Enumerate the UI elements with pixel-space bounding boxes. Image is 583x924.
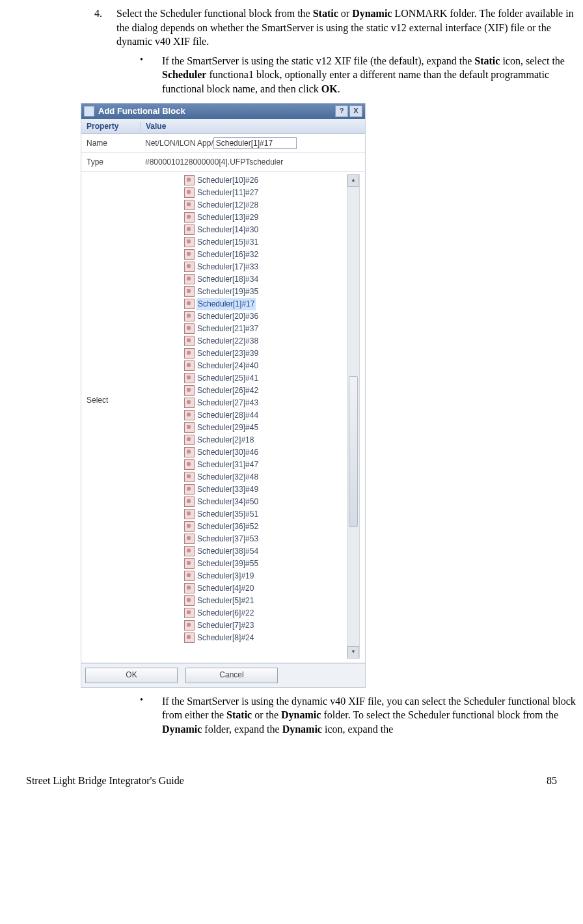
scrollbar[interactable] — [347, 174, 359, 659]
scheduler-icon — [184, 410, 195, 420]
tree-item-label: Scheduler[6]#22 — [197, 607, 254, 619]
tree-item[interactable]: Scheduler[30]#46 — [184, 446, 359, 459]
tree-item[interactable]: Scheduler[7]#23 — [184, 619, 359, 632]
dialog-buttons: OK Cancel — [81, 663, 365, 687]
tree-item[interactable]: Scheduler[10]#26 — [184, 174, 359, 187]
row-type: Type #8000010128000000[4].UFPTscheduler — [81, 153, 365, 172]
tree-item[interactable]: Scheduler[12]#28 — [184, 199, 359, 211]
tree-item[interactable]: Scheduler[18]#34 — [184, 273, 359, 286]
tree-item-label: Scheduler[19]#35 — [197, 286, 259, 298]
tree-item[interactable]: Scheduler[33]#49 — [184, 483, 359, 496]
scheduler-icon — [184, 311, 195, 321]
scheduler-icon — [184, 509, 195, 519]
close-button[interactable]: X — [349, 105, 362, 117]
tree-item[interactable]: Scheduler[4]#20 — [184, 582, 359, 595]
dialog-titlebar[interactable]: Add Functional Block ? X — [81, 103, 365, 119]
step-4: 4. Select the Scheduler functional block… — [94, 7, 578, 49]
row-name: Name Net/LON/iLON App/Scheduler[1]#17 — [81, 134, 365, 153]
name-input[interactable]: Scheduler[1]#17 — [213, 137, 297, 149]
tree-item-label: Scheduler[31]#47 — [197, 459, 259, 471]
tree-item[interactable]: Scheduler[37]#53 — [184, 533, 359, 545]
tree-item[interactable]: Scheduler[24]#40 — [184, 360, 359, 372]
scheduler-icon — [184, 274, 195, 284]
tree-item[interactable]: Scheduler[16]#32 — [184, 249, 359, 261]
scroll-thumb[interactable] — [349, 376, 358, 527]
tree-item[interactable]: Scheduler[26]#42 — [184, 385, 359, 397]
tree-item-label: Scheduler[1]#17 — [197, 298, 256, 310]
tree-item-label: Scheduler[17]#33 — [197, 261, 259, 273]
scheduler-icon — [184, 583, 195, 593]
tree-item[interactable]: Scheduler[27]#43 — [184, 397, 359, 409]
scheduler-icon — [184, 348, 195, 359]
tree-item-label: Scheduler[37]#53 — [197, 533, 259, 545]
scroll-down-button[interactable] — [347, 646, 359, 659]
scheduler-icon — [184, 249, 195, 260]
tree-item[interactable]: Scheduler[28]#44 — [184, 409, 359, 422]
tree-item-label: Scheduler[30]#46 — [197, 446, 259, 459]
tree-item[interactable]: Scheduler[3]#19 — [184, 570, 359, 582]
tree-item[interactable]: Scheduler[39]#55 — [184, 558, 359, 570]
type-value: #8000010128000000[4].UFPTscheduler — [140, 157, 365, 167]
name-value: Net/LON/iLON App/Scheduler[1]#17 — [140, 137, 365, 149]
bullet-icon: • — [140, 694, 162, 737]
tree-view[interactable]: Scheduler[10]#26Scheduler[11]#27Schedule… — [140, 174, 360, 659]
ok-button[interactable]: OK — [85, 668, 178, 683]
tree-item[interactable]: Scheduler[21]#37 — [184, 323, 359, 335]
tree-item[interactable]: Scheduler[36]#52 — [184, 521, 359, 533]
scheduler-icon — [184, 175, 195, 185]
tree-item-label: Scheduler[22]#38 — [197, 335, 259, 347]
step-number: 4. — [94, 7, 116, 49]
tree-item-label: Scheduler[27]#43 — [197, 397, 259, 409]
tree-item[interactable]: Scheduler[22]#38 — [184, 335, 359, 347]
tree-item-label: Scheduler[11]#27 — [197, 187, 259, 199]
tree-item[interactable]: Scheduler[15]#31 — [184, 236, 359, 249]
tree-item[interactable]: Scheduler[38]#54 — [184, 545, 359, 558]
tree-item-label: Scheduler[32]#48 — [197, 471, 259, 483]
tree-item[interactable]: Scheduler[35]#51 — [184, 508, 359, 521]
tree-item[interactable]: Scheduler[32]#48 — [184, 471, 359, 483]
window-icon — [84, 106, 94, 116]
bullet-static: • If the SmartServer is using the static… — [140, 54, 578, 96]
header-property: Property — [81, 122, 141, 131]
tree-item[interactable]: Scheduler[29]#45 — [184, 422, 359, 434]
footer-title: Street Light Bridge Integrator's Guide — [26, 775, 184, 787]
tree-item[interactable]: Scheduler[19]#35 — [184, 286, 359, 298]
scheduler-icon — [184, 595, 195, 606]
tree-item-label: Scheduler[7]#23 — [197, 619, 254, 632]
tree-item-label: Scheduler[5]#21 — [197, 595, 254, 607]
tree-item[interactable]: Scheduler[2]#18 — [184, 434, 359, 446]
tree-item-label: Scheduler[18]#34 — [197, 273, 259, 286]
help-button[interactable]: ? — [335, 105, 348, 117]
add-functional-block-dialog: Add Functional Block ? X Property Value … — [81, 103, 366, 688]
tree-item-label: Scheduler[15]#31 — [197, 236, 259, 249]
tree-item[interactable]: Scheduler[5]#21 — [184, 595, 359, 607]
tree-item[interactable]: Scheduler[11]#27 — [184, 187, 359, 199]
tree-item[interactable]: Scheduler[1]#17 — [184, 298, 359, 310]
cancel-button[interactable]: Cancel — [185, 668, 278, 683]
tree-item[interactable]: Scheduler[25]#41 — [184, 372, 359, 385]
tree-item-label: Scheduler[26]#42 — [197, 385, 259, 397]
tree-item-label: Scheduler[23]#39 — [197, 347, 259, 360]
tree-item[interactable]: Scheduler[8]#24 — [184, 632, 359, 644]
tree-item-label: Scheduler[12]#28 — [197, 199, 259, 211]
tree-item[interactable]: Scheduler[20]#36 — [184, 310, 359, 323]
scheduler-icon — [184, 286, 195, 297]
scheduler-icon — [184, 608, 195, 618]
tree-item[interactable]: Scheduler[14]#30 — [184, 224, 359, 236]
tree-item-label: Scheduler[28]#44 — [197, 409, 259, 422]
tree-item[interactable]: Scheduler[6]#22 — [184, 607, 359, 619]
tree-item[interactable]: Scheduler[17]#33 — [184, 261, 359, 273]
scroll-up-button[interactable] — [347, 174, 359, 187]
tree-item[interactable]: Scheduler[31]#47 — [184, 459, 359, 471]
footer-page-number: 85 — [547, 775, 557, 787]
tree-item[interactable]: Scheduler[13]#29 — [184, 211, 359, 224]
scheduler-icon — [184, 620, 195, 631]
tree-item[interactable]: Scheduler[34]#50 — [184, 496, 359, 508]
scheduler-icon — [184, 558, 195, 569]
tree-item-label: Scheduler[8]#24 — [197, 632, 254, 644]
tree-item[interactable]: Scheduler[23]#39 — [184, 347, 359, 360]
tree-item-label: Scheduler[35]#51 — [197, 508, 259, 521]
scheduler-icon — [184, 299, 195, 309]
scheduler-icon — [184, 385, 195, 396]
tree-item-label: Scheduler[13]#29 — [197, 211, 259, 224]
